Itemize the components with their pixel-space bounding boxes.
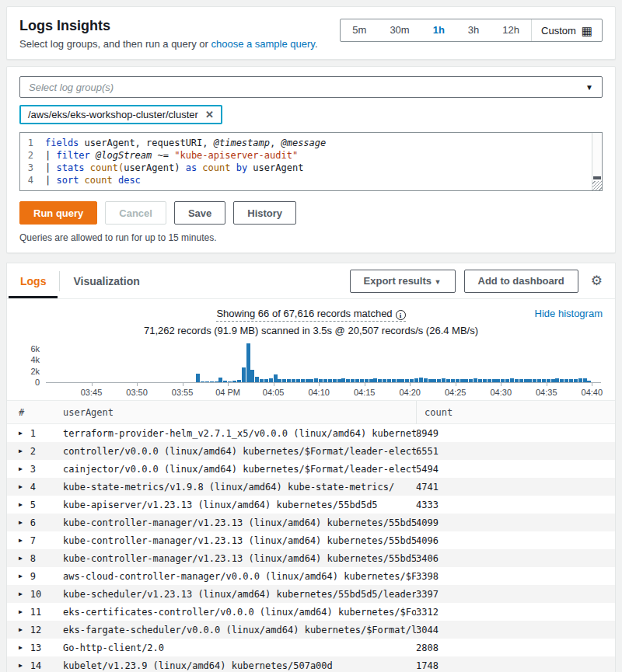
expand-row-icon[interactable]: ▶ — [19, 644, 23, 651]
table-row[interactable]: ▶3cainjector/v0.0.0 (linux/amd64) kubern… — [7, 460, 615, 478]
histogram-bar[interactable] — [260, 379, 264, 382]
expand-row-icon[interactable]: ▶ — [19, 519, 23, 526]
histogram-bar[interactable] — [496, 379, 500, 382]
expand-row-icon[interactable]: ▶ — [19, 465, 23, 472]
histogram-bar[interactable] — [232, 381, 236, 382]
histogram-bar[interactable] — [355, 379, 359, 382]
histogram-bar[interactable] — [341, 378, 345, 382]
histogram-bar[interactable] — [287, 379, 291, 382]
histogram-bar[interactable] — [414, 378, 418, 382]
histogram-bar[interactable] — [542, 379, 546, 382]
histogram-bar[interactable] — [428, 379, 432, 382]
histogram-bar[interactable] — [250, 370, 254, 382]
query-line[interactable]: 3| stats count(userAgent) as count by us… — [20, 162, 589, 174]
histogram-bar[interactable] — [456, 379, 460, 382]
histogram-bar[interactable] — [210, 381, 214, 382]
expand-row-icon[interactable]: ▶ — [19, 662, 23, 669]
query-editor[interactable]: 1fields userAgent, requestURI, @timestam… — [19, 132, 603, 191]
histogram-bar[interactable] — [282, 379, 286, 382]
table-row[interactable]: ▶8kube-controller-manager/v1.23.13 (linu… — [7, 549, 615, 567]
query-line[interactable]: 2| filter @logStream ~= "kube-apiserver-… — [20, 149, 589, 162]
histogram-bar[interactable] — [378, 379, 382, 382]
expand-row-icon[interactable]: ▶ — [19, 555, 23, 562]
table-row[interactable]: ▶4kube-state-metrics/v1.9.8 (linux/amd64… — [7, 478, 615, 496]
histogram-bar[interactable] — [505, 379, 509, 382]
add-to-dashboard-button[interactable]: Add to dashboard — [464, 270, 578, 293]
table-row[interactable]: ▶6kube-controller-manager/v1.23.13 (linu… — [7, 514, 615, 531]
history-button[interactable]: History — [233, 201, 296, 225]
histogram-bar[interactable] — [278, 379, 281, 382]
table-row[interactable]: ▶10kube-scheduler/v1.23.13 (linux/amd64)… — [7, 585, 615, 603]
histogram-bar[interactable] — [432, 379, 436, 382]
histogram-bar[interactable] — [547, 379, 550, 382]
save-button[interactable]: Save — [174, 201, 225, 225]
sample-query-link[interactable]: choose a sample query — [211, 38, 314, 50]
histogram-bar[interactable] — [314, 378, 318, 382]
histogram-bar[interactable] — [410, 379, 414, 382]
table-row[interactable]: ▶13Go-http-client/2.02808 — [7, 639, 615, 656]
expand-row-icon[interactable]: ▶ — [19, 483, 23, 490]
histogram-bar[interactable] — [583, 378, 587, 382]
histogram-bar[interactable] — [555, 378, 559, 382]
histogram-bar[interactable] — [264, 379, 268, 382]
table-row[interactable]: ▶14kubelet/v1.23.9 (linux/amd64) kuberne… — [7, 656, 615, 672]
table-row[interactable]: ▶9aws-cloud-controller-manager/v0.0.0 (l… — [7, 567, 615, 585]
histogram-bar[interactable] — [487, 379, 491, 382]
log-group-select[interactable]: Select log group(s) ▼ — [19, 76, 603, 98]
column-header-count[interactable]: count — [416, 401, 615, 424]
histogram-bar[interactable] — [424, 378, 428, 382]
histogram-bar[interactable] — [510, 378, 514, 382]
chip-close-icon[interactable]: ✕ — [205, 109, 214, 120]
histogram-bar[interactable] — [564, 379, 568, 382]
histogram-bar[interactable] — [451, 379, 455, 382]
expand-row-icon[interactable]: ▶ — [19, 608, 23, 615]
histogram-bar[interactable] — [269, 378, 273, 382]
histogram-bar[interactable] — [569, 379, 573, 382]
table-row[interactable]: ▶7kube-controller-manager/v1.23.13 (linu… — [7, 531, 615, 549]
histogram-bar[interactable] — [242, 367, 246, 382]
table-row[interactable]: ▶12eks-fargate-scheduler/v0.0.0 (linux/a… — [7, 621, 615, 639]
histogram-bar[interactable] — [501, 379, 505, 382]
histogram-bar[interactable] — [460, 379, 464, 382]
histogram-bar[interactable] — [469, 379, 473, 382]
histogram-bar[interactable] — [587, 381, 591, 382]
expand-row-icon[interactable]: ▶ — [19, 626, 23, 633]
histogram-bar[interactable] — [309, 379, 313, 382]
histogram-bar[interactable] — [274, 374, 278, 382]
histogram-bar[interactable] — [574, 379, 578, 382]
histogram-bar[interactable] — [483, 379, 487, 382]
expand-row-icon[interactable]: ▶ — [19, 590, 23, 597]
histogram-bar[interactable] — [333, 379, 337, 382]
histogram-bar[interactable] — [237, 380, 241, 382]
histogram-bar[interactable] — [383, 379, 386, 382]
tab-logs[interactable]: Logs — [7, 263, 59, 298]
export-results-button[interactable]: Export results ▼ — [350, 270, 456, 293]
scrollbar-thumb[interactable] — [593, 176, 601, 179]
histogram-bar[interactable] — [397, 379, 400, 382]
histogram-bar[interactable] — [373, 378, 377, 382]
histogram-bar[interactable] — [578, 378, 582, 382]
histogram-bar[interactable] — [464, 379, 468, 382]
time-range-30m[interactable]: 30m — [378, 19, 421, 41]
histogram-bar[interactable] — [215, 381, 218, 382]
histogram-bar[interactable] — [328, 379, 332, 382]
histogram-bar[interactable] — [473, 378, 477, 382]
query-line[interactable]: 1fields userAgent, requestURI, @timestam… — [20, 137, 589, 149]
editor-resize-handle[interactable] — [592, 181, 602, 190]
histogram-bar[interactable] — [400, 379, 404, 382]
time-range-custom[interactable]: Custom ▦ — [531, 19, 602, 41]
column-header-useragent[interactable]: userAgent — [63, 407, 424, 418]
histogram-bar[interactable] — [533, 379, 536, 382]
histogram-bar[interactable] — [351, 379, 355, 382]
histogram-bar[interactable] — [442, 378, 446, 382]
expand-row-icon[interactable]: ▶ — [19, 537, 23, 544]
time-range-1h[interactable]: 1h — [421, 19, 456, 41]
histogram-bar[interactable] — [205, 381, 209, 382]
histogram-bar[interactable] — [419, 378, 423, 382]
histogram-bar[interactable] — [196, 374, 200, 382]
histogram-bar[interactable] — [515, 379, 519, 382]
histogram-bar[interactable] — [223, 381, 227, 382]
table-row[interactable]: ▶1terraform-provider-helm_v2.7.1_x5/v0.0… — [7, 424, 615, 442]
histogram-bar[interactable] — [323, 379, 327, 382]
histogram-bar[interactable] — [405, 379, 409, 382]
